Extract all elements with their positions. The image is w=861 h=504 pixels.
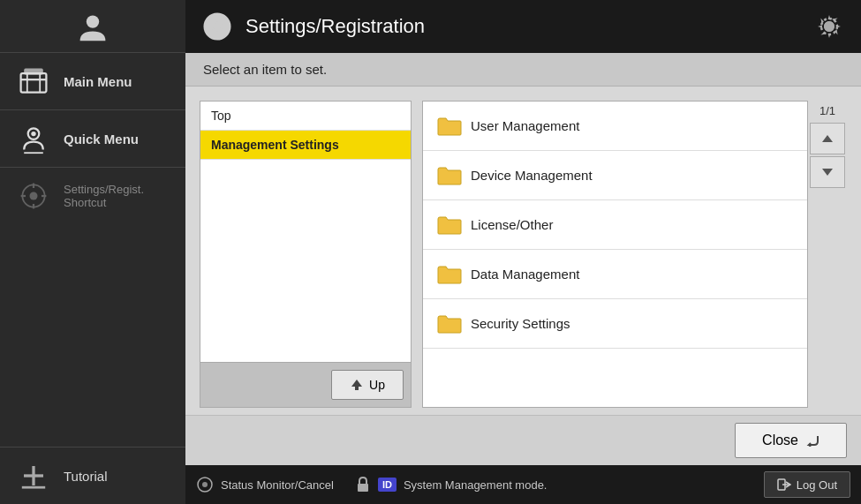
close-return-icon — [805, 434, 819, 447]
up-button-row: Up — [200, 363, 412, 408]
svg-point-0 — [87, 15, 99, 27]
sidebar: Main Menu Quick Menu Settings — [0, 0, 185, 504]
header: Settings/Registration — [185, 0, 861, 53]
settings-shortcut-icon — [14, 177, 53, 215]
sidebar-item-settings-shortcut[interactable]: Settings/Regist. Shortcut — [0, 168, 185, 224]
svg-point-9 — [30, 192, 38, 200]
list-item-device-management[interactable]: Device Management — [423, 151, 807, 200]
item-label: License/Other — [471, 217, 553, 232]
svg-marker-26 — [351, 380, 362, 390]
svg-marker-28 — [822, 169, 833, 176]
tutorial-icon — [14, 456, 53, 495]
mode-text: System Management mode. — [404, 478, 548, 492]
item-label: Data Management — [471, 267, 579, 282]
scroll-controls: 1/1 — [808, 101, 847, 408]
scroll-up-button[interactable] — [810, 123, 845, 154]
main-menu-label: Main Menu — [64, 74, 132, 89]
subtitle-bar: Select an item to set. — [185, 53, 861, 87]
scroll-up-icon — [821, 134, 834, 143]
page-indicator: 1/1 — [819, 101, 835, 121]
svg-point-6 — [31, 132, 35, 136]
item-label: User Management — [471, 118, 579, 133]
quick-menu-icon — [14, 119, 53, 158]
id-badge: ID — [378, 478, 397, 492]
svg-rect-1 — [21, 73, 47, 93]
close-button[interactable]: Close — [735, 423, 847, 458]
svg-point-30 — [202, 482, 208, 487]
settings-shortcut-label2: Shortcut — [64, 196, 144, 209]
sidebar-item-tutorial[interactable]: Tutorial — [0, 447, 185, 504]
content-area: Top Management Settings Up — [185, 87, 861, 415]
left-list-item-top[interactable]: Top — [200, 102, 411, 131]
folder-icon — [437, 265, 462, 284]
logout-button[interactable]: Log Out — [764, 471, 850, 498]
left-panel: Top Management Settings Up — [200, 101, 412, 408]
status-monitor-label[interactable]: Status Monitor/Cancel — [221, 478, 334, 492]
settings-shortcut-label1: Settings/Regist. — [64, 183, 144, 196]
left-list-item-management[interactable]: Management Settings — [200, 131, 411, 160]
logout-icon — [777, 478, 791, 492]
scroll-down-button[interactable] — [810, 156, 845, 188]
list-item-security-settings[interactable]: Security Settings — [423, 299, 807, 349]
svg-rect-31 — [358, 484, 368, 492]
logout-area: Log Out — [764, 471, 850, 498]
svg-point-18 — [213, 22, 223, 32]
settings-registration-icon — [200, 9, 235, 44]
svg-marker-27 — [822, 135, 833, 142]
tutorial-label: Tutorial — [64, 469, 107, 484]
folder-icon — [437, 166, 462, 185]
list-item-user-management[interactable]: User Management — [423, 102, 807, 151]
list-item-data-management[interactable]: Data Management — [423, 250, 807, 299]
lock-icon — [355, 477, 371, 493]
right-panel: User Management Device Management — [422, 101, 847, 408]
user-avatar[interactable] — [0, 0, 185, 53]
sidebar-item-quick-menu[interactable]: Quick Menu — [0, 110, 185, 168]
status-bar: Status Monitor/Cancel ID System Manageme… — [185, 465, 861, 504]
scroll-down-icon — [821, 168, 834, 177]
sidebar-item-main-menu[interactable]: Main Menu — [0, 53, 185, 110]
folder-icon — [437, 314, 462, 334]
list-item-license-other[interactable]: License/Other — [423, 200, 807, 250]
subtitle-text: Select an item to set. — [203, 62, 327, 77]
item-label: Security Settings — [471, 316, 570, 331]
up-button[interactable]: Up — [331, 370, 404, 400]
panels-row: Top Management Settings Up — [200, 101, 847, 408]
up-arrow-icon — [350, 378, 364, 392]
item-label: Device Management — [471, 168, 593, 183]
home-icon — [14, 62, 53, 101]
folder-icon — [437, 215, 462, 235]
main-content: Settings/Registration Select an item to … — [185, 0, 861, 504]
gear-icon[interactable] — [812, 9, 847, 44]
status-monitor-icon — [196, 476, 214, 493]
bottom-bar: Close — [185, 415, 861, 465]
quick-menu-label: Quick Menu — [64, 132, 139, 147]
page-title: Settings/Registration — [245, 15, 801, 38]
left-panel-list: Top Management Settings — [200, 101, 412, 363]
right-list: User Management Device Management — [422, 101, 808, 408]
folder-icon — [437, 117, 462, 136]
user-icon — [77, 11, 109, 42]
